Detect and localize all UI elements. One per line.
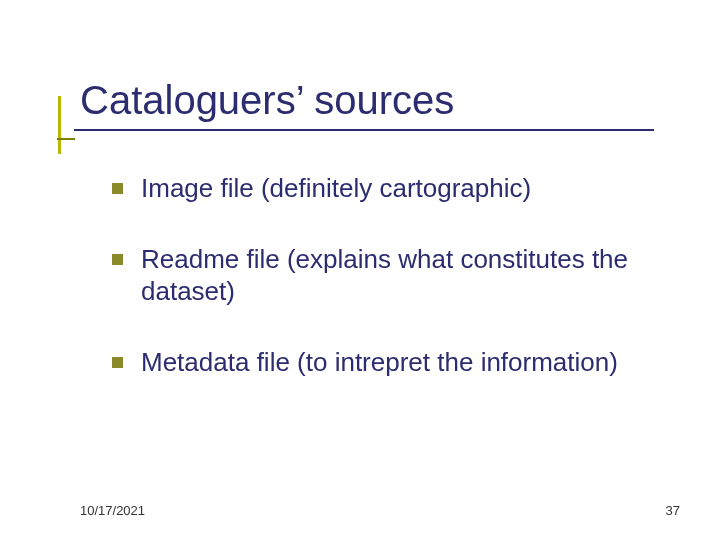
accent-vertical-bar xyxy=(58,96,61,154)
list-item-text: Readme file (explains what constitutes t… xyxy=(141,243,660,308)
square-bullet-icon xyxy=(112,357,123,368)
square-bullet-icon xyxy=(112,254,123,265)
footer-page-number: 37 xyxy=(666,503,680,518)
footer-date: 10/17/2021 xyxy=(80,503,145,518)
list-item-text: Image file (definitely cartographic) xyxy=(141,172,531,205)
list-item: Readme file (explains what constitutes t… xyxy=(112,243,660,308)
square-bullet-icon xyxy=(112,183,123,194)
list-item-text: Metadata file (to intrepret the informat… xyxy=(141,346,618,379)
accent-short-bar xyxy=(57,138,75,140)
list-item: Metadata file (to intrepret the informat… xyxy=(112,346,660,379)
body-area: Image file (definitely cartographic) Rea… xyxy=(112,172,660,416)
title-area: Cataloguers’ sources xyxy=(80,78,660,131)
title-underline xyxy=(74,129,654,131)
slide: Cataloguers’ sources Image file (definit… xyxy=(0,0,720,540)
slide-title: Cataloguers’ sources xyxy=(80,78,660,123)
list-item: Image file (definitely cartographic) xyxy=(112,172,660,205)
